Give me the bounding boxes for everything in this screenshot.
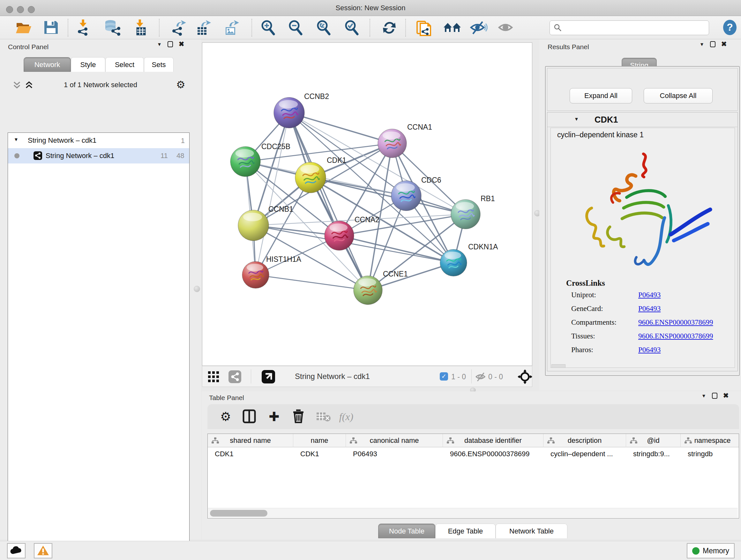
network-graph[interactable]: CCNB2CCNA1CDC25BCDK1CDC6RB1CCNB1CCNA2CDK…: [202, 43, 532, 366]
string-view-icon[interactable]: [228, 370, 241, 383]
column-header-description[interactable]: description: [543, 434, 626, 447]
table-hscrollbar-thumb[interactable]: [210, 510, 267, 516]
node-CCNA1[interactable]: [378, 129, 407, 158]
column-header-name[interactable]: name: [293, 434, 346, 447]
panel-float-icon[interactable]: [167, 41, 173, 47]
edge-CCNB2-CCNE1[interactable]: [289, 113, 368, 290]
expand-all-button[interactable]: Expand All: [569, 88, 632, 104]
panel-close-icon[interactable]: ✖: [179, 40, 185, 48]
crosslink-link[interactable]: 9606.ENSP00000378699: [638, 318, 713, 327]
search-input[interactable]: [564, 21, 709, 34]
memory-button[interactable]: Memory: [687, 543, 735, 558]
network-from-selection-button[interactable]: [415, 19, 433, 36]
table-cell[interactable]: CDK1: [293, 448, 346, 460]
panel-dropdown-icon[interactable]: ▼: [701, 393, 706, 398]
panel-float-icon[interactable]: [710, 41, 716, 47]
import-network-file-button[interactable]: [75, 19, 92, 36]
crosshair-icon[interactable]: [518, 369, 532, 384]
edge-HIST1H1A-CCNE1[interactable]: [256, 275, 368, 290]
crosslink-link[interactable]: 9606.ENSP00000378699: [638, 332, 713, 340]
table-cell[interactable]: stringdb:9...: [626, 448, 681, 460]
delete-table-icon[interactable]: [315, 409, 332, 425]
delete-column-icon[interactable]: [290, 409, 307, 425]
table-cell[interactable]: 9606.ENSP00000378699: [443, 448, 543, 460]
node-HIST1H1A[interactable]: [242, 261, 269, 288]
collapse-all-button[interactable]: Collapse All: [644, 88, 713, 104]
add-column-icon[interactable]: ✚: [266, 409, 283, 425]
show-graphics-details-button[interactable]: [443, 19, 461, 36]
node-CDC6[interactable]: [391, 181, 421, 211]
edge-CCNB2-CCNA1[interactable]: [289, 113, 392, 143]
crosslink-link[interactable]: P06493: [638, 346, 661, 354]
crosslink-link[interactable]: P06493: [638, 305, 661, 313]
zoom-out-button[interactable]: [286, 19, 305, 36]
warnings-button[interactable]: [34, 543, 52, 558]
tab-edge-table[interactable]: Edge Table: [435, 523, 495, 538]
cloud-button[interactable]: [7, 543, 25, 558]
birdseye-grid-icon[interactable]: [208, 371, 219, 382]
table-cell[interactable]: P06493: [346, 448, 443, 460]
left-splitter-grip[interactable]: [194, 286, 200, 292]
network-collection-row[interactable]: ▼ String Network – cdk1 1: [8, 133, 189, 148]
node-CCNA2[interactable]: [325, 221, 354, 250]
help-button[interactable]: ?: [722, 19, 738, 36]
panel-close-icon[interactable]: ✖: [721, 40, 727, 48]
selected-checkbox-icon[interactable]: ✓: [440, 372, 448, 381]
network-canvas[interactable]: CCNB2CCNA1CDC25BCDK1CDC6RB1CCNB1CCNA2CDK…: [202, 43, 532, 366]
import-network-database-button[interactable]: [104, 19, 121, 36]
crosslink-link[interactable]: P06493: [638, 291, 661, 299]
tab-select[interactable]: Select: [105, 57, 144, 72]
export-network-button[interactable]: [170, 19, 188, 36]
column-header-database-identifier[interactable]: database identifier: [443, 434, 543, 447]
hide-selected-button[interactable]: [470, 19, 488, 36]
entry-scrollbar-thumb[interactable]: [551, 364, 565, 368]
open-session-button[interactable]: [15, 19, 32, 36]
gene-entry-header[interactable]: ▼ CDK1: [547, 112, 738, 127]
edge-CCNA2-CDKN1A[interactable]: [339, 236, 454, 263]
network-row-selected[interactable]: String Network – cdk1 11 48: [8, 148, 189, 164]
save-session-button[interactable]: [42, 19, 60, 36]
node-RB1[interactable]: [451, 199, 480, 229]
column-header--id[interactable]: @id: [626, 434, 681, 447]
zoom-in-button[interactable]: [259, 19, 277, 36]
tab-sets[interactable]: Sets: [144, 57, 174, 72]
node-CDKN1A[interactable]: [440, 249, 467, 276]
export-table-button[interactable]: [195, 19, 212, 36]
table-cell[interactable]: stringdb: [681, 448, 739, 460]
panel-dropdown-icon[interactable]: ▼: [157, 42, 162, 47]
panel-dropdown-icon[interactable]: ▼: [699, 42, 704, 47]
show-columns-icon[interactable]: [241, 409, 258, 425]
column-header-shared-name[interactable]: shared name: [208, 434, 293, 447]
table-cell[interactable]: cyclin–dependent ...: [543, 448, 626, 460]
tab-network-table[interactable]: Network Table: [495, 523, 567, 538]
column-header-canonical-name[interactable]: canonical name: [346, 434, 443, 447]
open-in-window-icon[interactable]: [262, 370, 275, 383]
zoom-selected-button[interactable]: [343, 19, 360, 36]
edge-CCNB2-HIST1H1A[interactable]: [256, 113, 289, 275]
table-hscrollbar[interactable]: [208, 508, 738, 518]
node-CDC25B[interactable]: [230, 146, 260, 177]
function-builder-icon[interactable]: f(x): [338, 409, 355, 425]
import-table-file-button[interactable]: [131, 19, 149, 36]
table-cell[interactable]: CDK1: [208, 448, 293, 460]
node-CCNE1[interactable]: [354, 276, 382, 305]
entry-collapse-icon[interactable]: ▼: [574, 116, 579, 122]
expand-all-icon[interactable]: [24, 81, 34, 90]
node-CCNB1[interactable]: [238, 210, 269, 241]
network-options-gear-icon[interactable]: ⚙: [176, 78, 185, 91]
table-gear-icon[interactable]: ⚙: [217, 409, 234, 425]
panel-float-icon[interactable]: [712, 393, 718, 399]
tab-node-table[interactable]: Node Table: [378, 523, 435, 538]
node-CDK1[interactable]: [295, 162, 326, 193]
tab-network[interactable]: Network: [23, 57, 71, 72]
panel-close-icon[interactable]: ✖: [723, 392, 729, 399]
refresh-view-button[interactable]: [381, 19, 398, 36]
collapse-all-icon[interactable]: [12, 81, 22, 90]
tree-expand-icon[interactable]: ▼: [14, 137, 18, 142]
node-CCNB2[interactable]: [274, 98, 305, 128]
column-header-namespace[interactable]: namespace: [681, 434, 739, 447]
export-image-button[interactable]: [223, 19, 241, 36]
zoom-fit-button[interactable]: [315, 19, 333, 36]
tab-style[interactable]: Style: [71, 57, 105, 72]
show-all-button[interactable]: [497, 19, 515, 36]
